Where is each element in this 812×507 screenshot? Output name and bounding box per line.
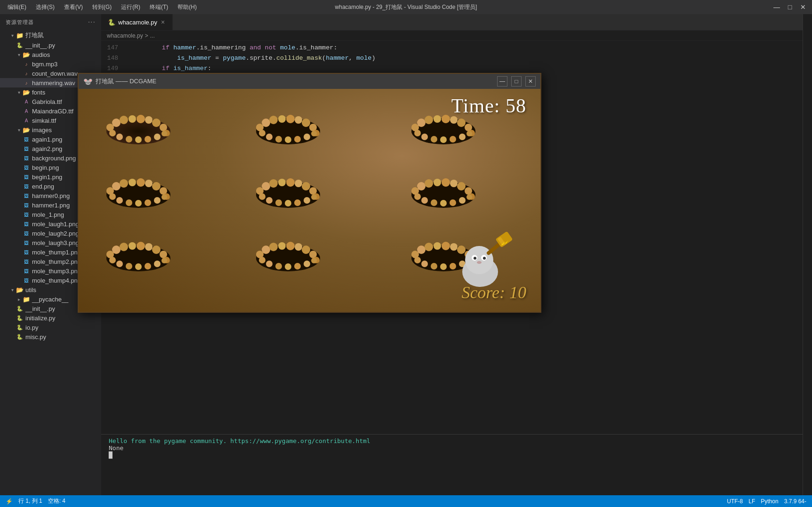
hole-row1-col3 [408, 112, 479, 145]
audio-file-icon: ♪ [23, 79, 30, 87]
menu-run[interactable]: 运行(R) [118, 2, 143, 12]
sidebar-item-io[interactable]: 🐍 io.py [0, 323, 101, 332]
svg-point-91 [442, 178, 450, 187]
terminal-line-none: None [109, 444, 795, 452]
sidebar-item-bgm[interactable]: ♪ bgm.mp3 [0, 59, 101, 69]
sidebar-more-button[interactable]: ··· [88, 18, 96, 26]
breadcrumb-path[interactable]: ... [150, 32, 155, 39]
minimize-button[interactable]: — [772, 3, 781, 11]
folder-label: fonts [32, 89, 45, 96]
svg-point-149 [431, 263, 437, 269]
file-label: again2.png [32, 145, 62, 152]
game-title-bar: 🐭 打地鼠 —— DCGAME — □ ✕ [79, 74, 540, 89]
svg-point-5 [129, 115, 136, 123]
svg-point-73 [278, 179, 286, 186]
file-label: again1.png [32, 136, 62, 143]
line-number: 148 [101, 53, 118, 63]
svg-point-110 [152, 246, 161, 254]
game-minimize-button[interactable]: — [497, 76, 507, 87]
menu-terminal[interactable]: 终端(T) [147, 2, 171, 12]
file-label: mole_thump2.png [32, 258, 81, 265]
python-file-icon: 🐍 [16, 324, 24, 331]
chevron-down-icon: ▾ [16, 52, 22, 57]
terminal-line: Hello from the pygame community. https:/… [109, 437, 795, 444]
sidebar-header: 资源管理器 ··· [0, 14, 101, 30]
python-file-icon: 🐍 [16, 41, 24, 49]
svg-point-140 [425, 243, 433, 251]
svg-point-74 [286, 178, 295, 187]
svg-point-139 [417, 246, 426, 254]
svg-point-80 [266, 197, 273, 204]
line-number: 147 [101, 43, 118, 53]
maximize-button[interactable]: □ [786, 3, 794, 11]
svg-point-12 [116, 134, 123, 140]
tab-whacamole[interactable]: 🐍 whacamole.py × [101, 14, 173, 30]
svg-point-51 [466, 131, 472, 136]
folder-icon: 📂 [23, 51, 30, 58]
menu-view[interactable]: 查看(V) [61, 2, 86, 12]
file-label: begin1.png [32, 174, 62, 181]
code-line-147: if hammer.is_hammering and not mole.is_h… [131, 43, 797, 53]
image-file-icon: 🖼 [23, 135, 30, 143]
menu-help[interactable]: 帮助(H) [175, 2, 200, 12]
chevron-down-icon: ▾ [9, 287, 15, 293]
svg-point-79 [259, 193, 265, 200]
game-maximize-button[interactable]: □ [511, 76, 522, 87]
game-window-controls[interactable]: — □ ✕ [497, 76, 536, 87]
font-file-icon: A [23, 98, 30, 105]
svg-point-47 [431, 136, 437, 143]
image-file-icon: 🖼 [23, 164, 30, 171]
tab-bar: 🐍 whacamole.py × [101, 14, 803, 31]
sidebar-item-initialize[interactable]: 🐍 initialize.py [0, 313, 101, 323]
menu-goto[interactable]: 转到(G) [89, 2, 114, 12]
image-file-icon: 🖼 [23, 192, 30, 199]
svg-point-63 [116, 197, 123, 204]
breadcrumb: whacamole.py > ... [101, 31, 803, 41]
file-label: misc.py [25, 333, 46, 341]
svg-point-116 [135, 263, 142, 270]
file-label: initialize.py [25, 315, 56, 322]
folder-icon: 📂 [16, 286, 24, 293]
status-right: UTF-8 LF Python 3.7.9 64- [727, 498, 806, 505]
close-button[interactable]: ✕ [799, 3, 807, 11]
sidebar-item-init-root[interactable]: 🐍 __init__.py [0, 40, 101, 50]
svg-point-92 [450, 180, 458, 187]
code-line-149: if is_hammer: [131, 63, 797, 74]
svg-point-39 [434, 115, 441, 123]
audio-file-icon: ♪ [23, 60, 30, 68]
svg-point-42 [457, 119, 466, 127]
svg-point-135 [304, 261, 310, 267]
file-label: mole_thump1.png [32, 249, 81, 256]
svg-point-148 [421, 261, 428, 267]
svg-point-132 [275, 263, 282, 269]
sidebar-item-root[interactable]: ▾ 📁 打地鼠 [0, 30, 101, 40]
game-close-button[interactable]: ✕ [525, 76, 536, 87]
chevron-down-icon: ▾ [9, 32, 15, 38]
game-canvas[interactable]: Time: 58 [79, 89, 540, 312]
file-label: mole_laugh3.png [32, 239, 79, 246]
right-gutter [803, 14, 812, 495]
python-file-icon: 🐍 [16, 305, 24, 312]
menu-edit[interactable]: 编辑(E) [5, 2, 29, 12]
tab-close-button[interactable]: × [160, 17, 166, 27]
svg-point-14 [135, 136, 142, 143]
file-label: __init__.py [25, 305, 55, 312]
svg-point-8 [152, 119, 161, 127]
audio-file-icon: ♪ [23, 70, 30, 77]
svg-point-34 [311, 131, 317, 136]
svg-point-109 [145, 243, 153, 251]
svg-point-72 [269, 179, 278, 188]
svg-point-136 [311, 258, 317, 263]
svg-point-11 [109, 130, 116, 136]
menu-bar[interactable]: 编辑(E) 选择(S) 查看(V) 转到(G) 运行(R) 终端(T) 帮助(H… [5, 2, 200, 12]
breadcrumb-file[interactable]: whacamole.py [107, 32, 143, 39]
menu-select[interactable]: 选择(S) [33, 2, 57, 12]
status-spaces: 空格: 4 [48, 497, 65, 505]
breadcrumb-separator: > [145, 32, 148, 39]
svg-point-101 [459, 197, 466, 204]
window-controls[interactable]: — □ ✕ [772, 3, 807, 11]
sidebar-item-audios[interactable]: ▾ 📂 audios [0, 50, 101, 59]
status-encoding: UTF-8 [727, 498, 743, 505]
image-file-icon: 🖼 [23, 239, 30, 246]
sidebar-item-misc[interactable]: 🐍 misc.py [0, 332, 101, 341]
